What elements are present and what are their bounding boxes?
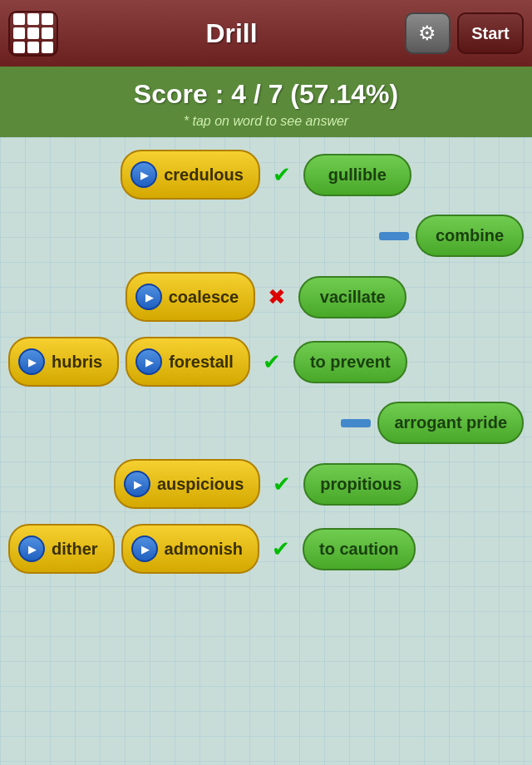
dash-connector-combine	[379, 232, 409, 240]
word-text-dither: dither	[52, 540, 98, 559]
answer-card-gullible[interactable]: gullible	[303, 154, 411, 196]
page-title: Drill	[205, 18, 257, 49]
word-card-auspicious[interactable]: auspicious	[114, 459, 260, 509]
row-dither-admonish: dither admonish ✔ to caution	[8, 524, 524, 574]
cross-icon-coalesce: ✖	[262, 284, 292, 310]
check-icon-credulous: ✔	[267, 162, 297, 188]
word-text-hubris: hubris	[52, 353, 102, 372]
arrow-icon-hubris	[18, 348, 45, 375]
answer-text-vacillate: vacillate	[320, 288, 386, 307]
row-arrogant: arrogant pride	[8, 402, 524, 444]
word-card-admonish[interactable]: admonish	[121, 524, 259, 574]
word-card-credulous[interactable]: credulous	[121, 150, 260, 200]
word-card-dither[interactable]: dither	[8, 524, 115, 574]
row-hubris-forestall: hubris forestall ✔ to prevent	[8, 337, 524, 387]
check-icon-auspicious: ✔	[267, 471, 297, 497]
word-card-forestall[interactable]: forestall	[126, 337, 250, 387]
word-card-hubris[interactable]: hubris	[8, 337, 119, 387]
answer-card-to-caution[interactable]: to caution	[303, 528, 416, 570]
grid-button[interactable]	[8, 11, 58, 57]
answer-text-propitious: propitious	[320, 475, 401, 494]
answer-text-to-prevent: to prevent	[310, 353, 391, 372]
arrow-icon-dither	[18, 536, 45, 562]
start-button[interactable]: Start	[457, 12, 524, 54]
answer-text-arrogant: arrogant pride	[394, 413, 507, 432]
dash-connector-arrogant	[341, 419, 371, 427]
word-text-admonish: admonish	[165, 540, 243, 559]
row-coalesce: coalesce ✖ vacillate	[8, 272, 524, 322]
word-text-credulous: credulous	[164, 165, 244, 185]
answer-card-arrogant[interactable]: arrogant pride	[377, 402, 524, 444]
score-display: Score : 4 / 7 (57.14%)	[8, 79, 524, 110]
row-credulous: credulous ✔ gullible	[8, 150, 524, 200]
answer-card-to-prevent[interactable]: to prevent	[293, 341, 407, 383]
answer-card-propitious[interactable]: propitious	[303, 463, 418, 506]
row-combine: combine	[8, 215, 524, 257]
arrow-icon-coalesce	[135, 284, 162, 310]
arrow-icon-admonish	[131, 536, 158, 562]
arrow-icon-credulous	[131, 161, 157, 188]
grid-icon	[13, 13, 53, 53]
answer-text-gullible: gullible	[328, 165, 387, 185]
word-text-forestall: forestall	[169, 353, 234, 372]
check-icon-admonish: ✔	[266, 536, 296, 562]
check-icon-forestall: ✔	[257, 349, 287, 375]
word-text-auspicious: auspicious	[157, 475, 244, 494]
answer-text-combine: combine	[436, 226, 504, 245]
word-text-coalesce: coalesce	[169, 288, 239, 307]
main-content: credulous ✔ gullible combine coalesce ✖ …	[0, 137, 532, 765]
word-card-coalesce[interactable]: coalesce	[126, 272, 256, 322]
arrow-icon-forestall	[135, 348, 162, 375]
score-area: Score : 4 / 7 (57.14%) * tap on word to …	[0, 67, 532, 137]
arrow-icon-auspicious	[124, 471, 150, 497]
answer-card-vacillate[interactable]: vacillate	[298, 276, 406, 318]
header-actions: ⚙ Start	[405, 12, 524, 54]
score-hint: * tap on word to see answer	[8, 114, 524, 129]
header: Drill ⚙ Start	[0, 0, 532, 67]
settings-button[interactable]: ⚙	[405, 12, 451, 54]
answer-card-combine[interactable]: combine	[416, 215, 524, 257]
row-auspicious: auspicious ✔ propitious	[8, 459, 524, 509]
answer-text-to-caution: to caution	[319, 540, 399, 559]
